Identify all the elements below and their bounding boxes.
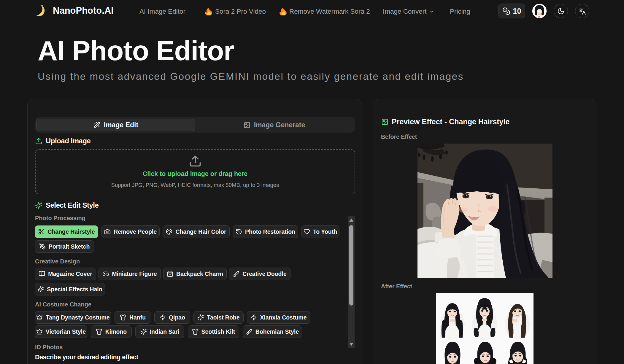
svg-text:K: K (538, 15, 541, 18)
